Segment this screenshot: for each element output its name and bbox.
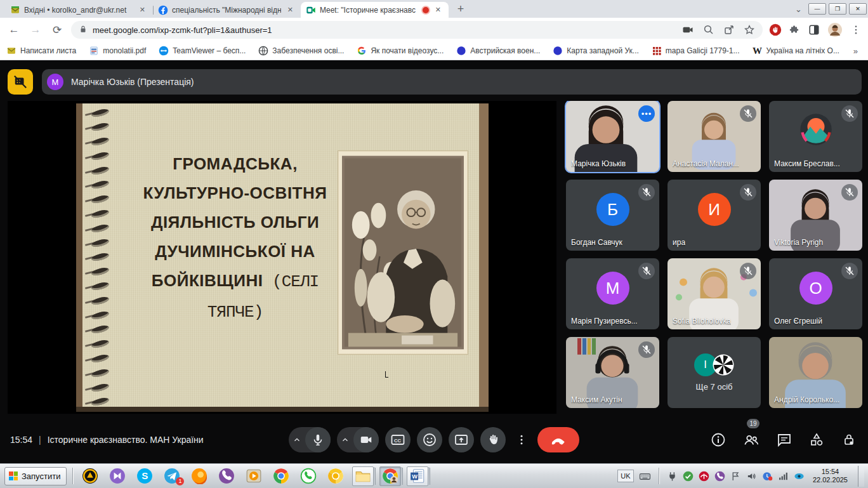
window-close-button[interactable]: ✕ [849, 3, 867, 15]
puzzle-icon[interactable] [789, 24, 801, 36]
contrast-icon[interactable] [808, 24, 820, 36]
browser-tab-2[interactable]: Meet: "Історичне краєзнавс ✕ [301, 2, 449, 18]
back-button[interactable]: ← [6, 23, 22, 36]
participant-tile[interactable]: ББогдан Савчук [566, 180, 659, 251]
tray-avira-icon[interactable] [699, 471, 709, 482]
taskbar-app-chrome-canary[interactable] [325, 466, 346, 486]
forward-button[interactable]: → [28, 23, 43, 36]
bookmark-5[interactable]: Австрийская воен... [456, 46, 540, 56]
tray-eye-icon[interactable] [794, 471, 805, 482]
taskbar: Запустити S1 W UK 15:54 22.02.2025 [0, 463, 868, 488]
tile-options-button[interactable]: ••• [638, 105, 655, 122]
tray-volume-icon[interactable] [746, 471, 757, 482]
participant-tile[interactable]: Анастасія Малан... [667, 101, 761, 172]
adblock-icon[interactable] [769, 23, 782, 36]
bookmark-3[interactable]: Забезпечення осві... [258, 46, 344, 56]
dot-blue-icon [553, 46, 563, 56]
zoom-icon[interactable] [703, 24, 714, 36]
menu-icon[interactable] [850, 24, 862, 36]
taskbar-app-whatsapp[interactable] [298, 466, 319, 486]
videocam-options-chevron-icon[interactable] [337, 427, 353, 452]
participant-tile[interactable]: І Ще 7 осіб [667, 337, 761, 408]
bookmark-7[interactable]: mapa Galicji 1779-1... [652, 46, 740, 56]
presenter-banner[interactable]: M Марічка Юзьків (Презентація) [42, 69, 862, 95]
videocam-control-group [337, 427, 379, 452]
more-button[interactable] [512, 427, 531, 452]
activities-button[interactable] [809, 432, 824, 447]
participant-name: Анастасія Малан... [673, 159, 739, 168]
bookmark-1[interactable]: monolatii.pdf [89, 46, 146, 56]
taskbar-clock[interactable]: 15:54 22.02.2025 [810, 468, 851, 484]
tab-close-icon[interactable]: ✕ [285, 5, 296, 15]
end-call-button[interactable] [537, 427, 579, 452]
raise-hand-button[interactable] [480, 427, 506, 452]
reactions-button[interactable] [417, 427, 442, 452]
participant-tile[interactable]: Максим Акутін [566, 337, 659, 408]
tray-flag-icon[interactable] [730, 471, 741, 482]
taskbar-app-skype[interactable]: S [134, 466, 155, 486]
tray-network-icon[interactable] [778, 471, 789, 482]
info-button[interactable] [711, 432, 726, 447]
mail-icon [6, 46, 16, 56]
taskbar-app-viber[interactable] [216, 466, 237, 486]
bookmark-0[interactable]: Написати листа [6, 46, 76, 56]
tab-close-icon[interactable]: ✕ [137, 5, 148, 15]
window-minimize-button[interactable]: — [808, 3, 826, 15]
present-button[interactable] [449, 427, 474, 452]
profile-avatar[interactable] [827, 22, 843, 37]
tray-antivirus-check-icon[interactable] [683, 471, 694, 482]
bookmarks-overflow-chevron[interactable]: » [853, 46, 862, 56]
taskbar-app-file-explorer[interactable] [352, 466, 374, 486]
participant-tile[interactable]: Sofia Biloholovka [667, 258, 761, 329]
captions-button[interactable]: CC [385, 427, 411, 452]
videocam-button[interactable] [353, 427, 379, 452]
host-controls-button[interactable] [841, 432, 857, 447]
new-tab-button[interactable]: + [452, 1, 469, 17]
taskbar-app-media-player[interactable] [243, 466, 265, 486]
participant-tile[interactable]: Иира [667, 180, 761, 251]
bookmark-8[interactable]: W Україна на літніх О... [753, 46, 839, 56]
participant-tile[interactable]: Марічка Юзьків••• [566, 101, 659, 172]
reload-button[interactable]: ⟳ [49, 23, 65, 37]
more-participants-tile[interactable]: І Ще 7 осіб [667, 337, 761, 408]
presentation-warning-icon[interactable] [8, 69, 33, 95]
system-tray: UK 15:54 22.02.2025 [615, 466, 867, 487]
star-icon[interactable] [744, 24, 755, 36]
bookmark-6[interactable]: Карта западной Ук... [553, 46, 638, 56]
participant-tile[interactable]: ММарія Пузиревсь... [566, 258, 659, 329]
participant-tile[interactable]: Максим Бреслав... [769, 101, 862, 172]
tray-viber-tray-icon[interactable] [714, 471, 725, 482]
taskbar-app-telegram[interactable]: 1 [161, 466, 183, 486]
bookmark-4[interactable]: Як почати відеозус... [357, 46, 444, 56]
tab-search-chevron-icon[interactable]: ⌄ [791, 4, 806, 14]
window-restore-button[interactable]: ❐ [829, 3, 846, 15]
taskbar-app-kmplayer[interactable] [107, 466, 128, 486]
taskbar-app-chrome-profile[interactable] [379, 466, 401, 486]
participant-tile[interactable]: Viktoria Pyrigh [769, 180, 862, 251]
share-icon[interactable] [723, 24, 735, 36]
bookmark-2[interactable]: TeamViewer – бесп... [159, 46, 246, 56]
mic-button[interactable] [305, 427, 331, 452]
people-button[interactable]: 19 [743, 432, 760, 448]
taskbar-app-chrome[interactable] [270, 466, 292, 486]
start-button[interactable]: Запустити [4, 467, 67, 485]
participant-name: Sofia Biloholovka [673, 317, 731, 326]
camera-indicator-icon[interactable] [681, 23, 694, 36]
show-desktop-button[interactable] [858, 466, 864, 487]
mic-options-chevron-icon[interactable] [289, 427, 305, 452]
participant-tile[interactable]: Андрій Королько... [769, 337, 862, 408]
taskbar-app-firefox[interactable] [188, 466, 210, 486]
browser-tab-0[interactable]: Вхідні • korolko_andr@ukr.net ✕ [5, 2, 153, 18]
dot-blue-icon [456, 46, 466, 56]
keyboard-icon[interactable] [639, 470, 651, 482]
tab-close-icon[interactable]: ✕ [433, 5, 444, 15]
browser-tab-1[interactable]: спеціальність "Міжнародні відн ✕ [153, 2, 301, 18]
language-indicator[interactable]: UK [617, 470, 634, 482]
participant-tile[interactable]: ООлег Єгрешій [769, 258, 862, 329]
taskbar-app-word[interactable]: W [407, 466, 428, 486]
taskbar-app-daemon-tools[interactable] [79, 466, 101, 486]
tray-plug-icon[interactable] [667, 471, 678, 482]
address-bar[interactable]: meet.google.com/ixp-zcmk-fut?pli=1&authu… [71, 21, 763, 39]
tray-update-icon[interactable] [762, 471, 773, 482]
chat-button[interactable] [777, 432, 792, 447]
